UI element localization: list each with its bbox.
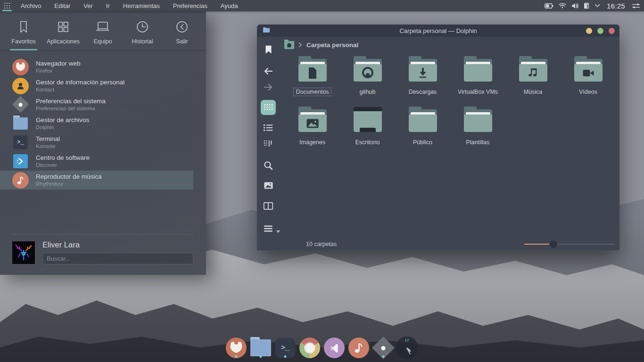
tray-clock[interactable]: 16:25 xyxy=(605,2,627,10)
download-glyph-icon xyxy=(417,67,429,79)
tab-label: Historial xyxy=(132,38,153,45)
music-note-icon xyxy=(348,337,369,358)
window-title: Carpeta personal — Dolphin xyxy=(257,27,619,34)
folder-descargas[interactable]: Descargas xyxy=(395,56,450,96)
search-button[interactable] xyxy=(260,157,276,173)
menu-preferencias[interactable]: Preferencias xyxy=(166,0,214,11)
running-indicator xyxy=(235,355,238,358)
tab-aplicaciones[interactable]: Aplicaciones xyxy=(43,20,83,50)
menu-ver[interactable]: Ver xyxy=(77,0,99,11)
back-button[interactable] xyxy=(260,63,276,79)
terminal-icon: >_ xyxy=(13,135,28,150)
battery-icon[interactable] xyxy=(545,3,553,8)
list-view-button[interactable] xyxy=(260,120,276,136)
app-subtitle: Preferencias del sistema xyxy=(36,106,106,112)
chrome-icon xyxy=(299,337,320,358)
menubar-menus: Archivo Editar Ver Ir Herramientas Prefe… xyxy=(0,0,244,11)
menu-ir[interactable]: Ir xyxy=(99,0,116,11)
folder-documentos[interactable]: Documentos xyxy=(285,56,340,96)
running-indicator xyxy=(382,355,385,358)
home-folder-icon[interactable] xyxy=(284,41,294,49)
folder-musica[interactable]: Música xyxy=(505,56,561,96)
window-titlebar[interactable]: Carpeta personal — Dolphin xyxy=(257,25,619,37)
menu-archivo[interactable]: Archivo xyxy=(14,0,48,11)
menu-ayuda[interactable]: Ayuda xyxy=(214,0,245,11)
blue-folder-icon xyxy=(250,339,271,356)
compact-view-button[interactable] xyxy=(260,136,276,152)
user-name: Eliver Lara xyxy=(42,240,193,249)
zoom-slider-handle[interactable] xyxy=(549,240,558,248)
panel-settings-icon[interactable] xyxy=(632,3,640,9)
breadcrumb[interactable]: Carpeta personal xyxy=(280,37,619,53)
app-subtitle: Konsole xyxy=(36,143,60,149)
desktop-folder-icon xyxy=(352,106,383,133)
app-title: Preferencias del sistema xyxy=(36,98,106,105)
arrow-right-icon xyxy=(264,83,273,91)
image-icon xyxy=(264,182,273,189)
app-item-system-settings[interactable]: Preferencias del sistema Preferencias de… xyxy=(0,95,193,114)
folder-imagenes[interactable]: Imágenes xyxy=(285,106,340,146)
menu-editar[interactable]: Editar xyxy=(48,0,77,11)
app-item-konsole[interactable]: >_ Terminal Konsole xyxy=(0,133,193,152)
folder-github[interactable]: github xyxy=(340,56,395,96)
wifi-icon[interactable] xyxy=(559,3,566,8)
dock-clock-widget[interactable]: 12 xyxy=(396,337,418,359)
search-input[interactable] xyxy=(42,253,193,264)
dock-settings[interactable] xyxy=(373,337,394,358)
icons-view-button[interactable] xyxy=(261,100,276,115)
app-item-firefox[interactable]: Navegador web Firefox xyxy=(0,58,193,76)
dock-terminal[interactable]: >_ xyxy=(275,337,296,358)
volume-icon[interactable] xyxy=(571,3,578,9)
folder-icon xyxy=(407,106,438,133)
app-item-dolphin[interactable]: Gestor de archivos Dolphin xyxy=(0,114,193,133)
app-launcher-button[interactable] xyxy=(0,0,14,11)
folder-escritorio[interactable]: Escritorio xyxy=(340,106,395,146)
menu-herramientas[interactable]: Herramientas xyxy=(116,0,166,11)
app-item-rhythmbox[interactable]: Reproductor de música Rhythmbox xyxy=(0,171,193,189)
user-avatar[interactable] xyxy=(12,241,35,264)
dock-vscode[interactable] xyxy=(324,337,345,358)
discover-icon xyxy=(13,154,28,169)
dock-chrome[interactable] xyxy=(299,337,320,358)
app-item-discover[interactable]: Centro de software Discover xyxy=(0,152,193,171)
tab-historial[interactable]: Historial xyxy=(123,20,162,50)
folder-videos[interactable]: Vídeos xyxy=(561,56,616,96)
app-subtitle: Discover xyxy=(36,162,90,168)
grid-icon xyxy=(4,3,10,9)
leave-icon xyxy=(175,20,189,34)
folder-icon xyxy=(462,56,494,83)
bookmark-icon xyxy=(265,45,272,54)
folder-publico[interactable]: Público xyxy=(395,106,450,146)
dock-rhythmbox[interactable] xyxy=(348,337,369,358)
settings-icon xyxy=(12,96,29,113)
application-launcher-panel: Favoritos Aplicaciones Equipo Historial … xyxy=(0,11,206,275)
close-button[interactable] xyxy=(609,28,615,34)
minimize-button[interactable] xyxy=(586,28,592,34)
system-tray: 16:25 xyxy=(545,0,644,11)
folder-plantillas[interactable]: Plantillas xyxy=(450,106,505,146)
chevron-down-icon[interactable] xyxy=(594,4,600,8)
forward-button[interactable] xyxy=(260,79,276,95)
app-title: Terminal xyxy=(36,135,60,143)
folder-label: github xyxy=(357,88,377,96)
terminal-icon: >_ xyxy=(275,338,295,358)
app-subtitle: Dolphin xyxy=(36,124,89,131)
status-text: 10 carpetas xyxy=(306,241,337,247)
split-view-button[interactable] xyxy=(260,198,276,214)
maximize-button[interactable] xyxy=(597,28,603,34)
dock-file-manager[interactable] xyxy=(250,337,271,358)
app-item-kontact[interactable]: Gestor de información personal Kontact xyxy=(0,76,193,95)
tab-salir[interactable]: Salir xyxy=(162,20,202,50)
user-divider xyxy=(12,234,193,235)
tab-label: Salir xyxy=(176,38,188,45)
tab-equipo[interactable]: Equipo xyxy=(83,20,123,50)
zoom-slider[interactable] xyxy=(524,238,615,250)
clipboard-icon[interactable] xyxy=(584,2,589,9)
places-button[interactable] xyxy=(260,41,276,58)
menu-button[interactable] xyxy=(260,221,276,237)
preview-button[interactable] xyxy=(260,177,276,193)
folder-virtualbox-vms[interactable]: VirtualBox VMs xyxy=(450,56,505,96)
dock-firefox[interactable] xyxy=(226,337,247,358)
blue-folder-icon xyxy=(13,117,28,129)
tab-favoritos[interactable]: Favoritos xyxy=(4,20,43,50)
